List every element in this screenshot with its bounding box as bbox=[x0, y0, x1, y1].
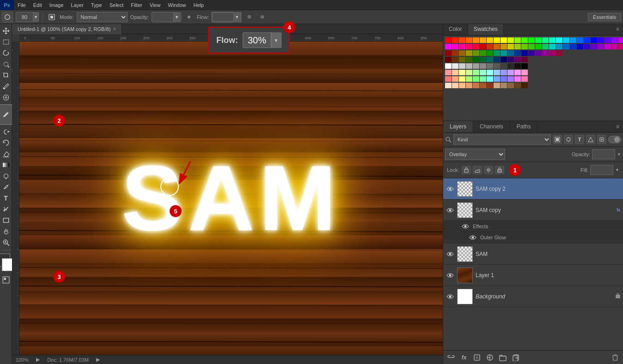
doc-info-expand[interactable]: ▶ bbox=[96, 357, 100, 363]
swatch[interactable] bbox=[507, 70, 514, 75]
tab-layers[interactable]: Layers bbox=[443, 121, 473, 132]
swatch[interactable] bbox=[598, 37, 604, 43]
menu-select[interactable]: Select bbox=[106, 1, 128, 9]
swatch[interactable] bbox=[480, 57, 486, 62]
swatch[interactable] bbox=[459, 63, 465, 69]
dodge-tool[interactable] bbox=[1, 171, 11, 181]
swatch[interactable] bbox=[445, 44, 452, 49]
swatch[interactable] bbox=[466, 57, 472, 62]
crop-tool[interactable] bbox=[1, 70, 11, 80]
swatch[interactable] bbox=[521, 37, 528, 43]
canvas-content[interactable]: SAM bbox=[19, 42, 443, 355]
swatch[interactable] bbox=[507, 44, 514, 49]
swatch[interactable] bbox=[514, 76, 521, 82]
swatch[interactable] bbox=[487, 44, 493, 49]
swatch[interactable] bbox=[494, 50, 500, 56]
swatch[interactable] bbox=[507, 37, 514, 43]
flow-arrow[interactable]: ▼ bbox=[233, 12, 240, 22]
swatch[interactable] bbox=[487, 50, 493, 56]
clone-stamp-tool[interactable] bbox=[1, 127, 11, 137]
tab-color[interactable]: Color bbox=[443, 24, 468, 35]
swatch[interactable] bbox=[521, 44, 528, 49]
swatch[interactable] bbox=[459, 70, 465, 75]
swatch[interactable] bbox=[501, 37, 507, 43]
swatch[interactable] bbox=[480, 83, 486, 88]
swatch[interactable] bbox=[473, 44, 479, 49]
swatch[interactable] bbox=[570, 44, 576, 49]
swatch[interactable] bbox=[487, 37, 493, 43]
swatch[interactable] bbox=[591, 44, 597, 49]
zoom-tool[interactable] bbox=[1, 237, 11, 248]
swatch[interactable] bbox=[459, 50, 465, 56]
spot-heal-tool[interactable] bbox=[1, 92, 11, 103]
swatch[interactable] bbox=[473, 76, 479, 82]
layer-visibility-sam-copy[interactable] bbox=[446, 206, 454, 214]
opacity-dropdown[interactable]: 100% ▼ bbox=[152, 12, 181, 22]
swatch[interactable] bbox=[487, 76, 493, 82]
swatch[interactable] bbox=[501, 57, 507, 62]
airbrush-icon[interactable]: ✦ bbox=[184, 12, 194, 22]
tab-swatches[interactable]: Swatches bbox=[468, 24, 504, 35]
swatch[interactable] bbox=[473, 57, 479, 62]
swatch[interactable] bbox=[466, 83, 472, 88]
swatch[interactable] bbox=[459, 76, 465, 82]
layer-adjustment-btn[interactable] bbox=[485, 352, 495, 363]
swatch[interactable] bbox=[507, 76, 514, 82]
swatch[interactable] bbox=[514, 70, 521, 75]
layer-link-btn[interactable] bbox=[446, 352, 456, 363]
swatch[interactable] bbox=[459, 44, 465, 49]
swatch[interactable] bbox=[494, 76, 500, 82]
swatch[interactable] bbox=[507, 63, 514, 69]
swatch[interactable] bbox=[459, 37, 465, 43]
swatch[interactable] bbox=[528, 50, 535, 56]
flow-popup-input[interactable] bbox=[243, 42, 271, 46]
swatch[interactable] bbox=[494, 83, 500, 88]
swatch[interactable] bbox=[535, 44, 542, 49]
lock-position-btn[interactable] bbox=[484, 166, 493, 174]
swatch[interactable] bbox=[556, 37, 562, 43]
swatch[interactable] bbox=[563, 44, 569, 49]
essentials-button[interactable]: Essentials bbox=[588, 13, 621, 21]
lasso-tool[interactable] bbox=[1, 48, 11, 58]
swatch[interactable] bbox=[480, 76, 486, 82]
flow-dropdown[interactable]: 30% ▼ bbox=[212, 12, 241, 22]
swatch[interactable] bbox=[487, 83, 493, 88]
swatch[interactable] bbox=[494, 70, 500, 75]
swatch[interactable] bbox=[521, 70, 528, 75]
layer-group-btn[interactable] bbox=[498, 352, 508, 363]
swatch[interactable] bbox=[591, 37, 597, 43]
swatch[interactable] bbox=[501, 83, 507, 88]
swatch[interactable] bbox=[494, 57, 500, 62]
lock-transparent-btn[interactable] bbox=[462, 166, 471, 174]
layer-visibility-background[interactable] bbox=[446, 292, 454, 301]
history-brush-tool[interactable] bbox=[1, 138, 11, 148]
swatch[interactable] bbox=[501, 76, 507, 82]
hand-tool[interactable] bbox=[1, 226, 11, 237]
layer-mask-btn[interactable] bbox=[472, 352, 482, 363]
gradient-tool[interactable] bbox=[1, 160, 11, 170]
swatch[interactable] bbox=[473, 70, 479, 75]
swatch[interactable] bbox=[618, 37, 623, 43]
tab-paths[interactable]: Paths bbox=[510, 121, 538, 132]
tab-close-button[interactable]: × bbox=[113, 26, 116, 31]
swatch[interactable] bbox=[598, 44, 604, 49]
opacity-dropdown-arrow[interactable]: ▼ bbox=[617, 152, 621, 157]
layers-panel-menu-btn[interactable]: ≡ bbox=[612, 121, 623, 132]
swatch[interactable] bbox=[452, 83, 458, 88]
swatch[interactable] bbox=[501, 63, 507, 69]
menu-edit[interactable]: Edit bbox=[30, 1, 46, 9]
swatch[interactable] bbox=[542, 44, 549, 49]
swatch[interactable] bbox=[445, 37, 452, 43]
filter-smart-icon[interactable] bbox=[597, 135, 606, 144]
opacity-value[interactable]: 100% bbox=[592, 149, 615, 159]
layer-new-btn[interactable] bbox=[511, 352, 521, 363]
brush-size-input[interactable]: 80 bbox=[16, 14, 33, 20]
swatch[interactable] bbox=[452, 70, 458, 75]
swatch[interactable] bbox=[521, 83, 528, 88]
swatch[interactable] bbox=[466, 37, 472, 43]
document-tab[interactable]: Untitled-1 @ 100% (SAM copy 2, RGB/8) × bbox=[12, 24, 122, 34]
swatch[interactable] bbox=[480, 50, 486, 56]
zoom-expand-icon[interactable]: ▶ bbox=[36, 357, 40, 363]
menu-help[interactable]: Help bbox=[189, 1, 208, 9]
menu-filter[interactable]: Filter bbox=[127, 1, 146, 9]
